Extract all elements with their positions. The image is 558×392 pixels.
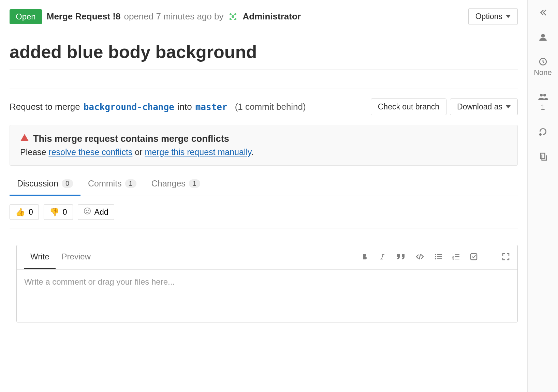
tab-discussion-count: 0 xyxy=(62,179,73,188)
comment-textarea[interactable] xyxy=(17,270,517,321)
svg-point-2 xyxy=(88,210,88,211)
svg-point-5 xyxy=(435,256,436,257)
author-link[interactable]: Administrator xyxy=(243,11,300,22)
source-branch-link[interactable]: background-change xyxy=(84,102,174,112)
mr-label: Merge Request !8 xyxy=(47,11,121,22)
svg-rect-4 xyxy=(437,254,442,255)
participants-section[interactable]: 1 xyxy=(538,93,548,112)
collapse-sidebar-button[interactable] xyxy=(539,8,547,17)
avatar[interactable] xyxy=(227,11,239,23)
add-reaction-button[interactable]: Add xyxy=(78,204,114,220)
smiley-icon xyxy=(84,207,91,217)
request-to-merge-text: Request to merge xyxy=(10,102,80,112)
milestone-value: None xyxy=(534,68,552,77)
reference-section[interactable] xyxy=(539,152,547,161)
bullet-list-icon[interactable] xyxy=(434,253,442,262)
tab-discussion-label: Discussion xyxy=(17,179,58,189)
status-badge: Open xyxy=(10,9,42,24)
thumbs-down-count: 0 xyxy=(63,208,67,217)
thumbs-up-button[interactable]: 👍 0 xyxy=(10,204,39,220)
download-as-label: Download as xyxy=(457,102,502,111)
tab-changes-label: Changes xyxy=(151,179,186,189)
mr-tabs: Discussion 0 Commits 1 Changes 1 xyxy=(10,172,518,196)
alert-or: or xyxy=(132,147,145,157)
caret-down-icon xyxy=(506,105,511,108)
thumbs-down-button[interactable]: 👎 0 xyxy=(44,204,73,220)
svg-point-7 xyxy=(435,258,436,259)
thumbs-up-count: 0 xyxy=(29,208,33,217)
tab-changes[interactable]: Changes 1 xyxy=(144,172,208,196)
assignee-section[interactable] xyxy=(539,33,547,42)
svg-rect-8 xyxy=(437,258,442,259)
checkout-branch-button[interactable]: Check out branch xyxy=(371,99,446,115)
svg-rect-14 xyxy=(455,259,459,259)
into-text: into xyxy=(178,102,192,112)
fullscreen-icon[interactable] xyxy=(502,253,510,262)
comment-box: Write Preview 123 xyxy=(16,245,518,322)
comment-tabs: Write Preview 123 xyxy=(17,245,517,270)
right-sidebar: None 1 xyxy=(527,0,558,392)
svg-rect-21 xyxy=(540,153,545,159)
opened-text: opened 7 minutes ago by xyxy=(124,11,223,22)
code-icon[interactable] xyxy=(415,253,425,262)
mr-header: Open Merge Request !8 opened 7 minutes a… xyxy=(10,8,518,32)
mr-title: added blue body background xyxy=(10,32,518,70)
write-tab[interactable]: Write xyxy=(24,245,56,269)
svg-point-18 xyxy=(540,94,543,96)
preview-tab[interactable]: Preview xyxy=(56,245,97,269)
tab-discussion[interactable]: Discussion 0 xyxy=(10,172,80,196)
behind-text: (1 commit behind) xyxy=(235,102,306,112)
svg-text:3: 3 xyxy=(452,258,454,261)
alert-title-text: This merge request contains merge confli… xyxy=(33,134,229,144)
svg-rect-10 xyxy=(455,254,459,255)
notifications-section[interactable] xyxy=(539,127,547,136)
thumbs-down-icon: 👎 xyxy=(49,208,59,217)
alert-please: Please xyxy=(20,147,48,157)
options-label: Options xyxy=(475,12,502,21)
description-spacer xyxy=(10,70,518,89)
quote-icon[interactable] xyxy=(396,253,406,262)
target-branch-link[interactable]: master xyxy=(195,102,227,112)
conflict-alert: This merge request contains merge confli… xyxy=(10,125,518,166)
task-list-icon[interactable] xyxy=(470,253,478,262)
numbered-list-icon[interactable]: 123 xyxy=(452,253,460,262)
tab-commits-count: 1 xyxy=(125,179,136,188)
tab-changes-count: 1 xyxy=(189,179,200,188)
svg-point-19 xyxy=(543,94,546,96)
svg-point-16 xyxy=(541,34,545,37)
merge-manually-link[interactable]: merge this request manually xyxy=(145,147,251,157)
options-button[interactable]: Options xyxy=(468,8,518,25)
svg-point-20 xyxy=(540,134,541,135)
milestone-section[interactable]: None xyxy=(534,57,552,77)
reactions: 👍 0 👎 0 Add xyxy=(10,196,518,228)
tab-commits[interactable]: Commits 1 xyxy=(80,172,144,196)
svg-rect-6 xyxy=(437,256,442,257)
svg-point-1 xyxy=(86,210,87,211)
merge-info: Request to merge background-change into … xyxy=(10,89,518,125)
add-reaction-label: Add xyxy=(94,208,108,217)
resolve-conflicts-link[interactable]: resolve these conflicts xyxy=(48,147,132,157)
warning-icon xyxy=(20,133,29,145)
caret-down-icon xyxy=(506,15,511,18)
alert-end: . xyxy=(251,147,254,157)
tab-commits-label: Commits xyxy=(88,179,122,189)
download-as-button[interactable]: Download as xyxy=(450,99,518,115)
svg-point-3 xyxy=(435,254,436,255)
thumbs-up-icon: 👍 xyxy=(15,208,25,217)
svg-point-0 xyxy=(84,208,90,214)
bold-icon[interactable] xyxy=(361,253,369,262)
svg-rect-12 xyxy=(455,256,459,257)
participants-count: 1 xyxy=(538,103,548,112)
italic-icon[interactable] xyxy=(378,253,386,262)
